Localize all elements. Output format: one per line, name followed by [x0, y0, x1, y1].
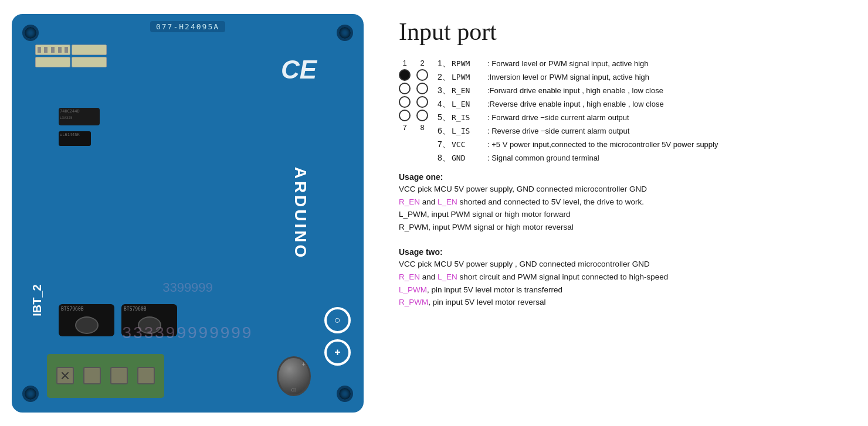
watermark2: 3399999	[162, 280, 213, 295]
pin-num-5: 5、	[438, 111, 448, 124]
connector-row-bottom-labels: 7 8	[399, 123, 428, 132]
connector-rows	[399, 69, 428, 121]
usage-one-title: Usage one:	[399, 172, 845, 182]
ic-tiny: uL6144SK	[59, 131, 91, 146]
pin-desc-2: :Inversion level or PWM signal input, ac…	[487, 71, 649, 83]
pin-4-right	[416, 110, 428, 121]
conn-row-1	[399, 69, 428, 81]
usage-two-section: Usage two: VCC pick MCU 5V power supply …	[399, 247, 845, 308]
pin-def-row-7: 7、VCC: +5 V power input,connected to the…	[438, 138, 845, 151]
pin-desc-8: : Signal common ground terminal	[487, 152, 599, 164]
pin-desc-1: : Forward level or PWM signal input, act…	[487, 58, 649, 70]
conn-row-4	[399, 110, 428, 121]
pin-1-left	[399, 69, 411, 81]
pin-def-row-8: 8、GND: Signal common ground terminal	[438, 152, 845, 164]
symbol-circle: ○	[324, 307, 351, 333]
conn-row-3	[399, 96, 428, 108]
pin-name-8: GND	[452, 152, 484, 164]
pin-name-4: L_EN	[452, 98, 484, 110]
pin-3-left	[399, 96, 411, 108]
pin-def-row-2: 2、LPWM:Inversion level or PWM signal inp…	[438, 71, 845, 83]
col-label-2: 2	[416, 59, 428, 67]
usage-two-line-3: R_PWM, pin input 5V level motor reversal	[399, 296, 845, 309]
pin-num-6: 6、	[438, 125, 448, 137]
pin-def-row-5: 5、R_IS: Forward drive −side current alar…	[438, 111, 845, 124]
usage-one-line-3: R_PWM, input PWM signal or high motor re…	[399, 221, 845, 234]
usage-one-section: Usage one: VCC pick MCU 5V power supply,…	[399, 172, 845, 233]
pin-desc-6: : Reverse drive −side current alarm outp…	[487, 125, 629, 137]
mount-hole-br	[337, 386, 353, 402]
usage-one-text: VCC pick MCU 5V power supply, GND connec…	[399, 183, 845, 233]
page-title: Input port	[399, 18, 845, 46]
pin-1-right	[416, 69, 428, 81]
pin-def-row-6: 6、L_IS: Reverse drive −side current alar…	[438, 125, 845, 137]
pin-name-1: RPWM	[452, 58, 484, 70]
mount-hole-bl	[22, 386, 39, 402]
capacitor: + C3	[277, 356, 311, 396]
pin-name-5: R_IS	[452, 112, 484, 124]
pin-2-right	[416, 83, 428, 94]
pin-2-left	[399, 83, 411, 94]
board-section: 077-H24095A 7	[0, 0, 375, 426]
diagram-area: 1 2	[399, 57, 845, 164]
connector-diagram: 1 2	[399, 57, 428, 132]
usage-two-line-2: L_PWM, pin input 5V level motor is trans…	[399, 284, 845, 297]
pin-num-4: 4、	[438, 98, 448, 110]
usage-two-line-1: R_EN and L_EN short circuit and PWM sign…	[399, 271, 845, 284]
pin-desc-3: :Forward drive enable input , high enabl…	[487, 85, 663, 97]
col-label-1: 1	[399, 59, 411, 67]
pin-4-left	[399, 110, 411, 121]
usage-one-line-2: L_PWM, input PWM signal or high motor fo…	[399, 208, 845, 221]
row-label-8: 8	[416, 123, 428, 132]
pin-num-2: 2、	[438, 71, 448, 83]
row-label-7: 7	[399, 123, 411, 132]
pin-desc-7: : +5 V power input,connected to the micr…	[487, 139, 718, 151]
pin-def-row-1: 1、RPWM: Forward level or PWM signal inpu…	[438, 57, 845, 70]
screw-terminals	[47, 354, 164, 398]
mount-hole-tl	[22, 25, 39, 41]
ibt-text: IBT_2	[30, 284, 44, 316]
pin-name-2: LPWM	[452, 71, 484, 83]
header-connectors	[35, 45, 107, 67]
mount-hole-tr	[337, 25, 353, 41]
watermark: 333399999999	[123, 323, 253, 342]
pin-3-right	[416, 96, 428, 108]
board-image: 077-H24095A 7	[12, 14, 364, 413]
board-label: 077-H24095A	[150, 21, 225, 32]
usage-two-line-0: VCC pick MCU 5V power supply , GND conne…	[399, 258, 845, 271]
usage-one-line-1: R_EN and L_EN shorted and connected to 5…	[399, 196, 845, 209]
symbol-plus: +	[324, 339, 351, 366]
usage-one-line-0: VCC pick MCU 5V power supply, GND connec…	[399, 183, 845, 196]
pin-definitions: 1、RPWM: Forward level or PWM signal inpu…	[438, 57, 845, 164]
info-section: Input port 1 2	[375, 0, 868, 426]
usage-two-text: VCC pick MCU 5V power supply , GND conne…	[399, 258, 845, 308]
pin-num-8: 8、	[438, 152, 448, 164]
pin-num-1: 1、	[438, 57, 448, 70]
pin-name-7: VCC	[452, 139, 484, 151]
pin-desc-4: :Reverse drive enable input , high enabl…	[487, 98, 664, 110]
connector-col-labels: 1 2	[399, 59, 428, 67]
usage-two-title: Usage two:	[399, 247, 845, 257]
ic-small: 74HC244D L3A325	[59, 108, 100, 125]
conn-row-2	[399, 83, 428, 94]
pin-name-6: L_IS	[452, 125, 484, 137]
ce-mark: CE	[281, 55, 317, 84]
pin-name-3: R_EN	[452, 85, 484, 97]
pin-num-7: 7、	[438, 138, 448, 151]
pin-def-row-4: 4、L_EN:Reverse drive enable input , high…	[438, 98, 845, 110]
pin-desc-5: : Forward drive −side current alarm outp…	[487, 112, 629, 124]
pin-num-3: 3、	[438, 84, 448, 97]
pin-def-row-3: 3、R_EN:Forward drive enable input , high…	[438, 84, 845, 97]
arduino-text: ARDUINO	[291, 166, 310, 260]
